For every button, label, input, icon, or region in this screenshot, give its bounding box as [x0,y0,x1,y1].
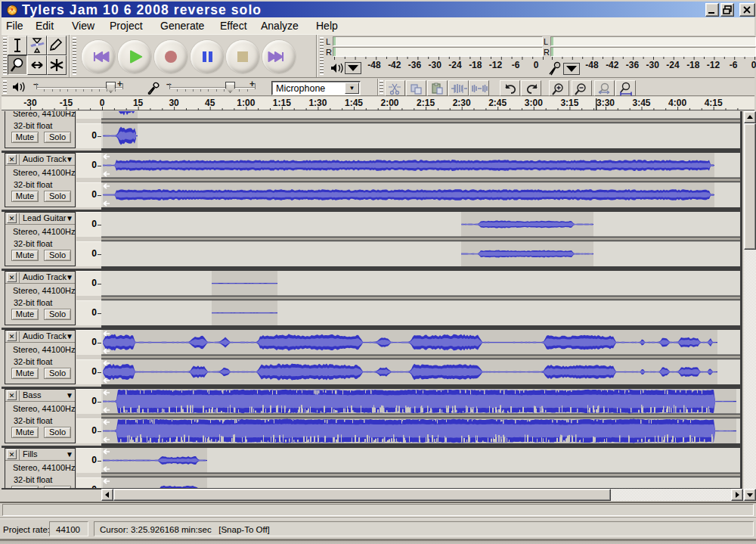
svg-text:-30: -30 [646,61,660,70]
svg-text:-18: -18 [686,61,700,70]
svg-text:3:15: 3:15 [560,98,578,108]
svg-text:-48: -48 [585,61,599,70]
svg-text:-6: -6 [512,61,520,70]
svg-text:3:45: 3:45 [632,98,650,108]
svg-text:-12: -12 [707,61,720,70]
svg-text:2:45: 2:45 [488,98,507,108]
svg-text:-36: -36 [626,61,640,70]
svg-text:45: 45 [205,98,215,108]
svg-text:-48: -48 [367,61,381,70]
svg-text:-15: -15 [60,98,73,108]
svg-text:4:00: 4:00 [668,98,686,108]
svg-text:-30: -30 [23,98,37,108]
svg-text:0: 0 [100,98,105,108]
svg-text:-24: -24 [666,61,680,70]
svg-text:0: 0 [534,61,539,70]
svg-text:-24: -24 [448,61,462,70]
svg-text:1:45: 1:45 [345,98,363,108]
svg-text:-42: -42 [388,61,401,70]
svg-text:2:15: 2:15 [417,98,435,108]
svg-text:3:00: 3:00 [525,98,543,108]
svg-text:1:00: 1:00 [237,98,255,108]
svg-text:15: 15 [133,98,144,108]
svg-text:2:00: 2:00 [380,98,398,108]
svg-text:-12: -12 [489,61,503,70]
svg-text:30: 30 [169,98,179,108]
svg-text:1:30: 1:30 [308,98,327,108]
svg-text:4:15: 4:15 [705,98,723,108]
svg-text:1:15: 1:15 [273,98,291,108]
svg-text:-36: -36 [408,61,422,70]
svg-text:-18: -18 [469,61,482,70]
svg-text:-42: -42 [606,61,619,70]
svg-text:3:30: 3:30 [596,98,615,108]
svg-text:0: 0 [751,61,756,70]
svg-text:2:30: 2:30 [453,98,471,108]
svg-text:-6: -6 [730,61,738,70]
svg-text:-30: -30 [429,61,442,70]
